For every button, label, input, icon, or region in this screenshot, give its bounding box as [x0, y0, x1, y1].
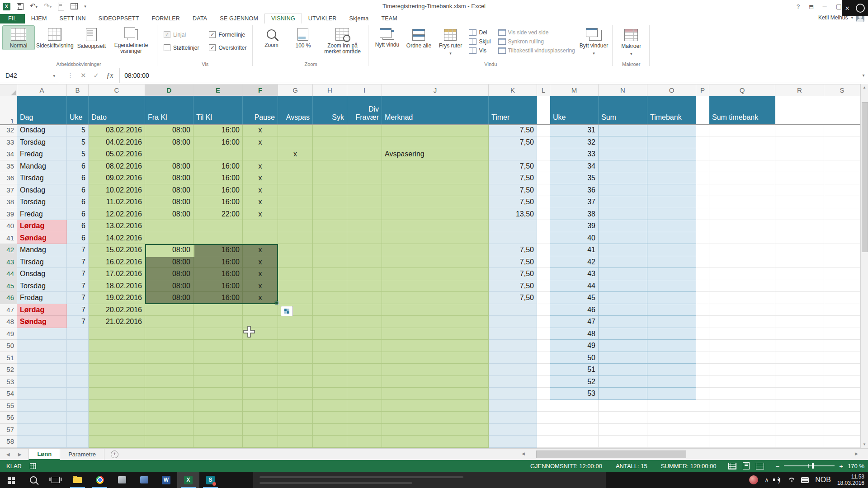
grid-cell[interactable]: 15.02.2016 — [89, 244, 145, 256]
grid-cell[interactable] — [537, 376, 550, 388]
horizontal-scroll-thumb[interactable] — [536, 450, 686, 458]
table-header-uke[interactable]: Uke — [550, 96, 599, 124]
grid-cell[interactable] — [537, 136, 550, 149]
grid-cell[interactable] — [145, 388, 193, 400]
grid-cell[interactable] — [17, 412, 67, 424]
column-header-R[interactable]: R — [775, 84, 824, 97]
grid-cell[interactable] — [243, 412, 278, 424]
grid-cell[interactable] — [709, 280, 775, 292]
grid-cell[interactable] — [347, 304, 382, 316]
grid-cell[interactable] — [278, 136, 313, 149]
grid-cell[interactable] — [313, 292, 347, 304]
grid-cell[interactable] — [145, 328, 193, 340]
grid-cell[interactable]: 49 — [550, 340, 599, 352]
table-header-uke[interactable]: Uke — [67, 96, 89, 124]
zoom-in-icon[interactable]: + — [839, 463, 843, 469]
grid-cell[interactable] — [775, 124, 824, 136]
grid-cell[interactable] — [775, 220, 824, 232]
grid-cell[interactable] — [313, 316, 347, 328]
grid-cell[interactable] — [709, 316, 775, 328]
grid-cell[interactable] — [145, 340, 193, 352]
grid-cell[interactable] — [647, 376, 696, 388]
grid-cell[interactable] — [599, 376, 647, 388]
grid-cell[interactable]: 46 — [550, 304, 599, 316]
grid-cell[interactable]: Onsdag — [17, 268, 67, 280]
sheet-nav-left-icon[interactable]: ◀ — [6, 452, 10, 457]
grid-cell[interactable] — [89, 364, 145, 376]
name-box[interactable]: D42 ▾ — [0, 68, 59, 83]
ribbon-tab-team[interactable]: TEAM — [375, 14, 404, 23]
grid-cell[interactable] — [537, 352, 550, 364]
grid-cell[interactable] — [243, 232, 278, 244]
grid-cell[interactable] — [382, 256, 489, 268]
grid-cell[interactable]: 32 — [550, 136, 599, 149]
grid-cell[interactable] — [382, 244, 489, 256]
grid-cell[interactable] — [313, 184, 347, 197]
grid-cell[interactable] — [599, 196, 647, 208]
grid-cell[interactable] — [489, 352, 537, 364]
grid-cell[interactable] — [775, 208, 824, 221]
grid-cell[interactable] — [709, 148, 775, 160]
switch-windows-button[interactable]: Bytt vinduer▾ — [578, 26, 610, 56]
grid-cell[interactable] — [824, 280, 860, 292]
grid-cell[interactable] — [696, 268, 709, 280]
grid-cell[interactable]: x — [243, 280, 278, 292]
grid-cell[interactable] — [193, 220, 243, 232]
grid-cell[interactable] — [347, 256, 382, 268]
grid-cell[interactable]: 08:00 — [145, 244, 193, 256]
grid-cell[interactable] — [145, 352, 193, 364]
grid-cell[interactable]: 13.02.2016 — [89, 220, 145, 232]
grid-cell[interactable] — [17, 424, 67, 436]
column-header-P[interactable]: P — [696, 84, 709, 97]
grid-cell[interactable] — [313, 256, 347, 268]
grid-cell[interactable]: x — [243, 268, 278, 280]
column-header-G[interactable]: G — [278, 84, 313, 97]
grid-cell[interactable] — [489, 412, 537, 424]
grid-cell[interactable] — [824, 256, 860, 268]
grid-cell[interactable] — [278, 244, 313, 256]
row-header-44[interactable]: 44 — [0, 268, 17, 280]
window-button-frys-ruter[interactable]: Frys ruter▾ — [434, 26, 466, 56]
column-header-N[interactable]: N — [599, 84, 647, 97]
grid-cell[interactable]: x — [243, 124, 278, 136]
zoom-button-zoom[interactable]: Zoom — [255, 26, 287, 49]
select-all-corner[interactable] — [0, 84, 17, 97]
grid-cell[interactable] — [347, 436, 382, 448]
column-header-K[interactable]: K — [489, 84, 537, 97]
grid-cell[interactable] — [709, 304, 775, 316]
table-header-merknad[interactable]: Merknad — [382, 96, 489, 124]
grid-cell[interactable] — [145, 316, 193, 328]
grid-cell[interactable] — [489, 376, 537, 388]
grid-cell[interactable] — [145, 220, 193, 232]
row-header-57[interactable]: 57 — [0, 424, 17, 436]
row-header-41[interactable]: 41 — [0, 232, 17, 244]
grid-cell[interactable] — [709, 196, 775, 208]
grid-cell[interactable] — [599, 424, 647, 436]
grid-cell[interactable] — [347, 328, 382, 340]
grid-cell[interactable]: 6 — [67, 220, 89, 232]
grid-cell[interactable] — [67, 400, 89, 412]
grid-cell[interactable] — [89, 328, 145, 340]
grid-cell[interactable]: Fredag — [17, 148, 67, 160]
grid-cell[interactable] — [347, 172, 382, 184]
grid-cell[interactable] — [775, 400, 824, 412]
grid-cell[interactable] — [489, 340, 537, 352]
grid-cell[interactable] — [193, 376, 243, 388]
taskbar-app-gray-button[interactable] — [111, 472, 133, 488]
grid-cell[interactable] — [382, 424, 489, 436]
grid-cell[interactable] — [824, 304, 860, 316]
grid-cell[interactable] — [145, 400, 193, 412]
row-header-43[interactable]: 43 — [0, 256, 17, 268]
grid-cell[interactable] — [709, 400, 775, 412]
grid-cell[interactable] — [89, 376, 145, 388]
grid-cell[interactable] — [775, 232, 824, 244]
grid-cell[interactable]: x — [243, 244, 278, 256]
grid-cell[interactable] — [347, 376, 382, 388]
grid-cell[interactable] — [537, 436, 550, 448]
grid-cell[interactable] — [775, 292, 824, 304]
grid-cell[interactable] — [67, 364, 89, 376]
grid-cell[interactable]: 08:00 — [145, 124, 193, 136]
grid-cell[interactable] — [647, 196, 696, 208]
grid-cell[interactable] — [382, 280, 489, 292]
page-layout-view-icon[interactable] — [743, 462, 750, 469]
